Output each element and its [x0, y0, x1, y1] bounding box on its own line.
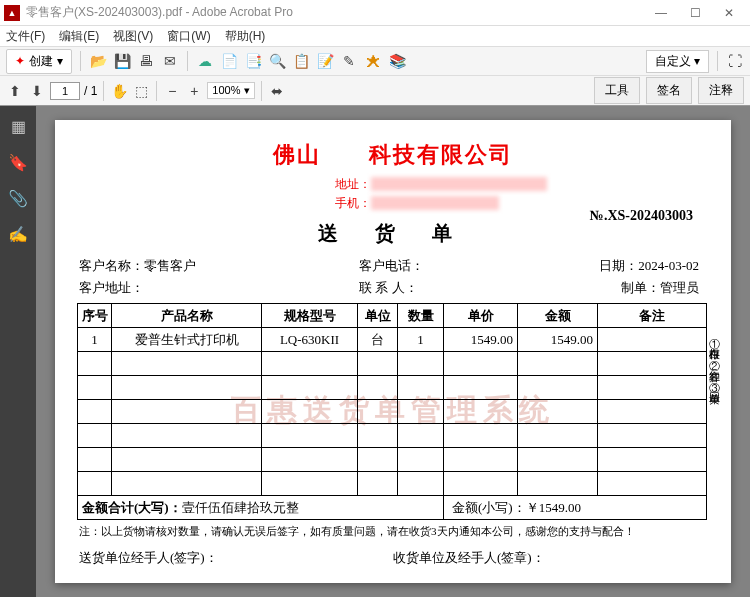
menu-window[interactable]: 窗口(W) — [167, 28, 210, 45]
next-page-icon[interactable]: ⬇ — [28, 82, 46, 100]
footer-note: 注：以上货物请核对数量，请确认无误后签字，如有质量问题，请在收货3天内通知本公司… — [79, 524, 707, 539]
maximize-button[interactable]: ☐ — [678, 2, 712, 24]
th-qty: 数量 — [398, 304, 444, 328]
contact-label: 联 系 人： — [359, 280, 418, 295]
receiver-signature: 收货单位及经手人(签章)： — [393, 549, 707, 567]
thumbnails-icon[interactable]: ▦ — [8, 116, 28, 136]
attachments-icon[interactable]: 📎 — [8, 188, 28, 208]
th-note: 备注 — [598, 304, 707, 328]
sign-panel-button[interactable]: 签名 — [646, 77, 692, 104]
page-total: / 1 — [84, 84, 97, 98]
maker-name: 管理员 — [660, 280, 699, 295]
customer-addr-label: 客户地址： — [79, 280, 144, 295]
table-row — [78, 424, 707, 448]
cell-name: 爱普生针式打印机 — [112, 328, 262, 352]
order-date: 2024-03-02 — [638, 258, 699, 273]
fit-width-icon[interactable]: ⬌ — [268, 82, 286, 100]
customer-name: 零售客户 — [144, 258, 196, 273]
table-row: 1 爱普生针式打印机 LQ-630KII 台 1 1549.00 1549.00 — [78, 328, 707, 352]
stamp-icon[interactable]: 🟊 — [364, 52, 382, 70]
total-amount: ￥1549.00 — [526, 500, 581, 515]
table-row — [78, 400, 707, 424]
cell-unit: 台 — [358, 328, 398, 352]
signature-row: 送货单位经手人(签字)： 收货单位及经手人(签章)： — [79, 549, 707, 567]
workspace: ▦ 🔖 📎 ✍ 佛山 科技有限公司 地址： 手机： 送 货 单 №.XS-202… — [0, 106, 750, 597]
open-icon[interactable]: 📂 — [89, 52, 107, 70]
window-title: 零售客户(XS-202403003).pdf - Adobe Acrobat P… — [26, 4, 644, 21]
copy-labels: ①白存根 ②红客户 ③黄回单 — [708, 329, 721, 499]
toolbar-main: ✦ 创建 ▾ 📂 💾 🖶 ✉ ☁ 📄 📑 🔍 📋 📝 ✎ 🟊 📚 自定义 ▾ ⛶ — [0, 46, 750, 76]
items-table: 序号 产品名称 规格型号 单位 数量 单价 金额 备注 1 爱普生针式打印机 L… — [77, 303, 707, 520]
left-sidebar: ▦ 🔖 📎 ✍ — [0, 106, 36, 597]
table-row — [78, 352, 707, 376]
zoom-in-icon[interactable]: + — [185, 82, 203, 100]
minimize-button[interactable]: — — [644, 2, 678, 24]
customize-dropdown[interactable]: 自定义 ▾ — [646, 50, 709, 73]
menu-view[interactable]: 视图(V) — [113, 28, 153, 45]
cell-seq: 1 — [78, 328, 112, 352]
zoom-out-icon[interactable]: − — [163, 82, 181, 100]
document-canvas[interactable]: 佛山 科技有限公司 地址： 手机： 送 货 单 №.XS-202403003 客… — [36, 106, 750, 597]
table-row — [78, 448, 707, 472]
info-row-2: 客户地址： 联 系 人： 制单：管理员 — [69, 277, 717, 299]
info-row-1: 客户名称：零售客户 客户电话： 日期：2024-03-02 — [69, 255, 717, 277]
menu-file[interactable]: 文件(F) — [6, 28, 45, 45]
company-address: 地址： — [69, 176, 717, 193]
document-title: 送 货 单 — [69, 220, 717, 247]
customer-phone-label: 客户电话： — [359, 258, 424, 273]
toolbar-nav: ⬆ ⬇ / 1 ✋ ⬚ − + 100% ▾ ⬌ 工具 签名 注释 — [0, 76, 750, 106]
bookmarks-icon[interactable]: 🔖 — [8, 152, 28, 172]
th-spec: 规格型号 — [262, 304, 358, 328]
create-label: 创建 — [29, 53, 53, 70]
th-amount: 金额 — [518, 304, 598, 328]
close-button[interactable]: ✕ — [712, 2, 746, 24]
print-icon[interactable]: 🖶 — [137, 52, 155, 70]
redact-icon[interactable]: 📋 — [292, 52, 310, 70]
th-unit: 单位 — [358, 304, 398, 328]
cell-note — [598, 328, 707, 352]
sender-signature: 送货单位经手人(签字)： — [79, 549, 393, 567]
ocr-icon[interactable]: 🔍 — [268, 52, 286, 70]
company-name: 佛山 科技有限公司 — [69, 140, 717, 170]
hand-icon[interactable]: ✋ — [110, 82, 128, 100]
table-row — [78, 376, 707, 400]
th-seq: 序号 — [78, 304, 112, 328]
cell-spec: LQ-630KII — [262, 328, 358, 352]
total-row: 金额合计(大写)：壹仟伍佰肆拾玖元整 金额(小写)：￥1549.00 — [78, 496, 707, 520]
table-row — [78, 472, 707, 496]
cell-price: 1549.00 — [444, 328, 518, 352]
cell-amount: 1549.00 — [518, 328, 598, 352]
prev-page-icon[interactable]: ⬆ — [6, 82, 24, 100]
save-icon[interactable]: 💾 — [113, 52, 131, 70]
cell-qty: 1 — [398, 328, 444, 352]
th-name: 产品名称 — [112, 304, 262, 328]
pdf-icon: ▲ — [4, 5, 20, 21]
total-chinese: 壹仟伍佰肆拾玖元整 — [182, 500, 299, 515]
menu-edit[interactable]: 编辑(E) — [59, 28, 99, 45]
combine-icon[interactable]: 📚 — [388, 52, 406, 70]
sign-icon[interactable]: ✎ — [340, 52, 358, 70]
pdf-page: 佛山 科技有限公司 地址： 手机： 送 货 单 №.XS-202403003 客… — [55, 120, 731, 583]
export-icon[interactable]: 📑 — [244, 52, 262, 70]
menu-help[interactable]: 帮助(H) — [225, 28, 266, 45]
page-number-input[interactable] — [50, 82, 80, 100]
tools-panel-button[interactable]: 工具 — [594, 77, 640, 104]
create-button[interactable]: ✦ 创建 ▾ — [6, 49, 72, 74]
signatures-icon[interactable]: ✍ — [8, 224, 28, 244]
dropdown-icon: ▾ — [57, 54, 63, 68]
comment-panel-button[interactable]: 注释 — [698, 77, 744, 104]
select-icon[interactable]: ⬚ — [132, 82, 150, 100]
order-number: №.XS-202403003 — [590, 208, 693, 224]
window-titlebar: ▲ 零售客户(XS-202403003).pdf - Adobe Acrobat… — [0, 0, 750, 26]
zoom-select[interactable]: 100% ▾ — [207, 82, 254, 99]
menubar: 文件(F) 编辑(E) 视图(V) 窗口(W) 帮助(H) — [0, 26, 750, 46]
mail-icon[interactable]: ✉ — [161, 52, 179, 70]
page-icon[interactable]: 📄 — [220, 52, 238, 70]
th-price: 单价 — [444, 304, 518, 328]
table-header-row: 序号 产品名称 规格型号 单位 数量 单价 金额 备注 — [78, 304, 707, 328]
fullscreen-icon[interactable]: ⛶ — [726, 52, 744, 70]
cloud-icon[interactable]: ☁ — [196, 52, 214, 70]
form-icon[interactable]: 📝 — [316, 52, 334, 70]
